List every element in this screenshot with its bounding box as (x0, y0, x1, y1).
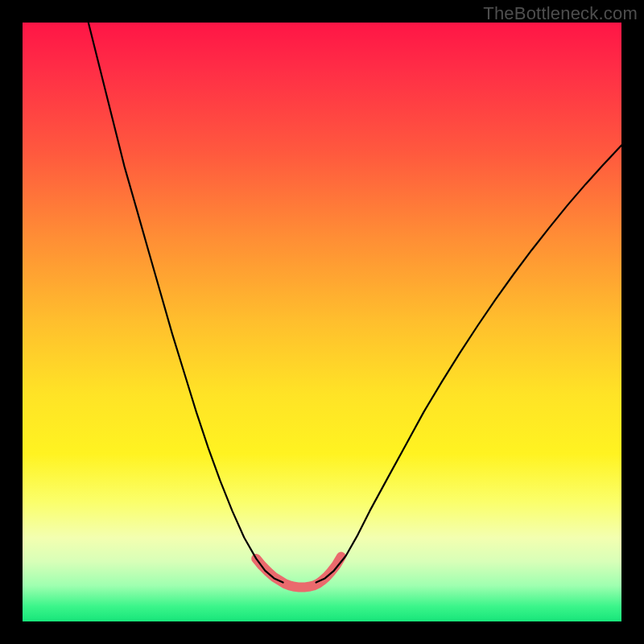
chart-area (23, 23, 621, 621)
watermark-text: TheBottleneck.com (483, 3, 638, 24)
valley-highlight-line (256, 557, 341, 588)
right-curve-line (316, 146, 621, 583)
left-curve-line (89, 23, 283, 583)
chart-svg (23, 23, 621, 621)
outer-frame: TheBottleneck.com (0, 0, 644, 644)
